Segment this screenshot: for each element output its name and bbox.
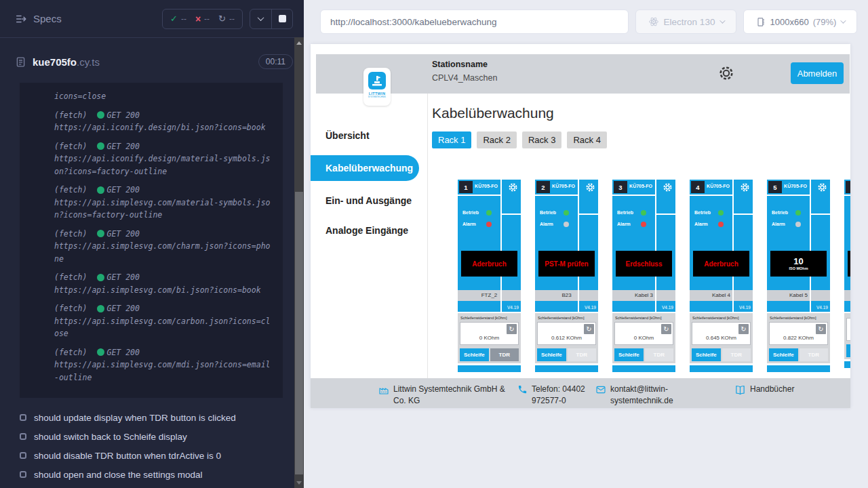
log-entry[interactable]: (fetch)GET 200 https://api.simplesvg.com… <box>54 228 276 266</box>
sidebar-item-ein-und-ausgaenge[interactable]: Ein- und Ausgänge <box>311 188 419 214</box>
cable-name: Kabel 5 <box>767 290 830 301</box>
log-entry[interactable]: (fetch)GET 200 https://api.simplesvg.com… <box>54 302 276 340</box>
request-url: https://api.simplesvg.com/carbon.json?ic… <box>54 315 273 340</box>
test-item[interactable]: should switch back to Schleife display <box>20 427 304 446</box>
scroll-up-icon[interactable] <box>296 41 302 45</box>
stop-button[interactable] <box>271 9 292 28</box>
card-bottom-strip <box>844 361 850 368</box>
log-entry[interactable]: (fetch)GET 200 https://api.simplesvg.com… <box>54 346 276 384</box>
log-entry[interactable]: (fetch)GET 200 https://api.simplesvg.com… <box>54 271 276 296</box>
device-title: KÜ705-FO <box>551 184 576 188</box>
book-icon <box>734 384 746 396</box>
tdr-button[interactable]: TDR <box>722 348 751 361</box>
url-bar[interactable]: http://localhost:3000/kabelueberwachung <box>320 9 629 34</box>
passed-check-icon: ✓ <box>170 14 178 24</box>
refresh-icon[interactable]: ↻ <box>584 324 594 334</box>
sidebar-item-analoge-eingaenge[interactable]: Analoge Eingänge <box>311 218 419 243</box>
log-continuation-line[interactable]: icons=close <box>54 90 276 103</box>
schleife-button[interactable] <box>846 344 850 357</box>
slot-number-badge: 1 <box>459 181 473 193</box>
station-info: Stationsname CPLV4_Maschen <box>432 60 497 83</box>
test-item[interactable]: should open and close the settings modal <box>20 465 304 484</box>
log-entry[interactable]: (fetch)GET 200 https://api.iconify.desig… <box>54 109 276 134</box>
status-dot-icon <box>97 274 104 281</box>
cypress-reporter-panel: Specs ✓-- ×-- ↻-- kue705fo.cy.ts 00:11 i… <box>0 0 304 488</box>
schleife-button[interactable]: Schleife <box>692 348 721 361</box>
rack-card-row: 1 KÜ705-FO Betrieb Alarm Aderbruch FTZ_2… <box>458 180 850 378</box>
cable-name: Kabel 3 <box>612 290 675 301</box>
card-gear-icon[interactable] <box>817 182 827 195</box>
status-display: 10ISO MOhm <box>770 251 827 277</box>
device-title: KÜ705-FO <box>628 184 654 188</box>
logo-subtext: SYSTEMTECHNIK <box>368 96 386 98</box>
spec-duration-badge: 00:11 <box>258 54 293 69</box>
status-dot-icon <box>97 111 104 119</box>
app-header-bar <box>316 54 850 94</box>
measurement-value: 0.612 KOhm <box>538 335 595 341</box>
betrieb-led <box>795 210 801 216</box>
cable-name <box>844 290 850 301</box>
request-url: https://api.simplesvg.com/mdi.json?icons… <box>54 359 273 384</box>
logout-button[interactable]: Abmelden <box>791 62 844 84</box>
sidebar-item-kabelueberwachung[interactable]: Kabelüberwachung <box>311 155 419 181</box>
stat-failed: ×-- <box>195 14 210 24</box>
measurement-value: 0.645 KOhm <box>692 335 750 341</box>
test-item[interactable]: should update display when TDR button is… <box>20 408 304 427</box>
card-gear-icon[interactable] <box>663 182 673 195</box>
test-item[interactable]: should disable TDR button when tdrActive… <box>20 446 304 465</box>
chevron-down-icon <box>841 18 846 23</box>
reporter-scrollbar[interactable] <box>294 37 304 488</box>
log-entry[interactable]: (fetch)GET 200 https://api.iconify.desig… <box>54 140 276 178</box>
tdr-button[interactable]: TDR <box>645 348 674 361</box>
schleife-button[interactable]: Schleife <box>614 348 644 361</box>
tdr-button[interactable]: TDR <box>490 348 519 361</box>
card-gear-icon[interactable] <box>508 182 518 195</box>
footer-company: Littwin Systemtechnik GmbH & Co. KG <box>378 384 511 407</box>
tab-rack-2[interactable]: Rack 2 <box>477 131 516 148</box>
tab-rack-3[interactable]: Rack 3 <box>522 131 561 148</box>
refresh-icon[interactable]: ↻ <box>661 324 671 334</box>
rack-tabs: Rack 1 Rack 2 Rack 3 Rack 4 <box>432 131 607 148</box>
card-gear-icon[interactable] <box>585 182 595 195</box>
command-log: icons=close (fetch)GET 200 https://api.i… <box>20 83 283 398</box>
browser-selector[interactable]: Electron 130 <box>635 9 736 34</box>
measurement-value-box: ↻ 0 KOhm <box>614 322 673 345</box>
tdr-button[interactable]: TDR <box>568 348 597 361</box>
ku705-card-2: 2 KÜ705-FO Betrieb Alarm PST-M prüfen B2… <box>535 180 598 378</box>
card-gear-icon[interactable] <box>740 182 750 195</box>
scroll-down-icon[interactable] <box>296 481 302 485</box>
footer-email[interactable]: kontakt@littwin-systemtechnik.de <box>595 384 682 407</box>
measurement-value: 0 KOhm <box>460 335 518 341</box>
measurement-value-box <box>846 318 850 341</box>
measurement-panel: Schleifenwiderstand [kOhm] ↻ 0.822 KOhm … <box>767 313 830 363</box>
ku705-card-3: 3 KÜ705-FO Betrieb Alarm Erdschluss Kabe… <box>612 180 675 378</box>
tdr-button[interactable]: TDR <box>800 348 829 361</box>
footer-manuals[interactable]: Handbücher <box>734 384 794 396</box>
sidebar-item-uebersicht[interactable]: Übersicht <box>311 123 419 148</box>
refresh-icon[interactable]: ↻ <box>738 324 749 334</box>
schleife-button[interactable]: Schleife <box>537 348 566 361</box>
collapse-button[interactable] <box>250 9 271 28</box>
failed-x-icon: × <box>195 14 201 24</box>
viewport-size-selector[interactable]: 1000x660 (79%) <box>743 9 857 34</box>
stat-passed: ✓-- <box>170 14 186 24</box>
refresh-icon[interactable]: ↻ <box>507 324 517 334</box>
specs-label: Specs <box>33 13 62 24</box>
schleife-button[interactable]: Schleife <box>460 348 489 361</box>
measurement-panel: Schleifenwiderstand [kOhm] ↻ 0 KOhm Schl… <box>458 313 521 363</box>
tab-rack-4[interactable]: Rack 4 <box>567 131 606 148</box>
log-entry[interactable]: (fetch)GET 200 https://api.simplesvg.com… <box>54 184 276 222</box>
settings-gear-icon[interactable] <box>718 65 734 81</box>
tab-rack-1[interactable]: Rack 1 <box>432 131 471 148</box>
stat-pending: ↻-- <box>218 14 235 24</box>
ku705-card-1: 1 KÜ705-FO Betrieb Alarm Aderbruch FTZ_2… <box>458 180 521 378</box>
email-icon <box>595 384 606 395</box>
spec-file-row[interactable]: kue705fo.cy.ts 00:11 <box>15 51 293 73</box>
status-display: Erdschluss <box>616 251 672 277</box>
betrieb-led <box>718 210 724 216</box>
app-footer: Littwin Systemtechnik GmbH & Co. KG Tele… <box>311 378 850 408</box>
specs-menu-button[interactable]: Specs <box>15 13 62 25</box>
refresh-icon[interactable]: ↻ <box>816 324 826 334</box>
schleife-button[interactable]: Schleife <box>769 348 798 361</box>
scrollbar-thumb[interactable] <box>295 192 303 474</box>
